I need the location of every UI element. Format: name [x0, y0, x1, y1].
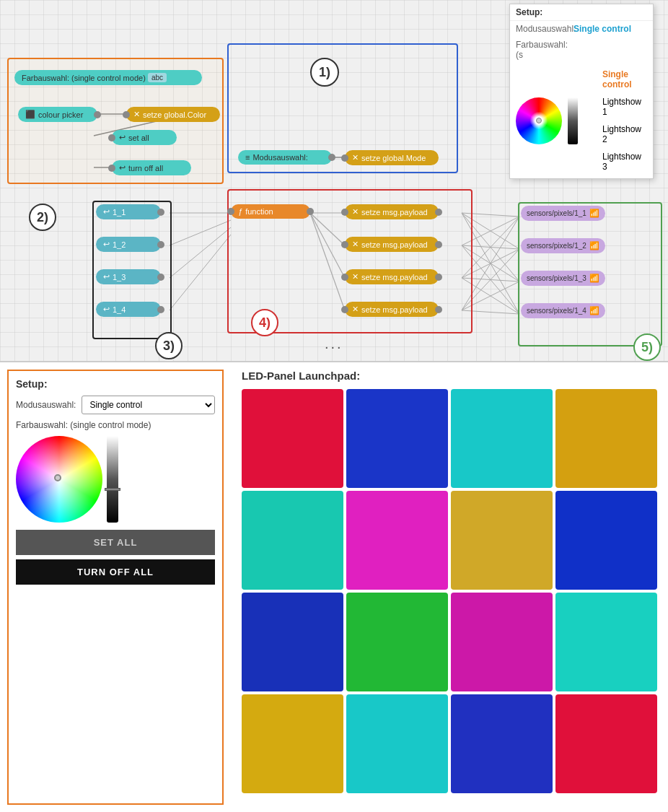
sensor-1-node[interactable]: sensors/pixels/1_1 📶 [521, 206, 605, 221]
set-all-button[interactable]: SET ALL [16, 530, 215, 555]
led-cell-8[interactable] [242, 593, 343, 691]
msg3-icon: ✕ [352, 272, 359, 281]
inject1-icon: ↩ [103, 207, 110, 217]
mode-label-dropdown: Modusauswahl: [516, 24, 573, 34]
ellipsis: ... [325, 336, 343, 352]
setze-msg-3-node[interactable]: ✕ setze msg.payload [345, 269, 439, 284]
mode-setze-icon: ✕ [352, 153, 359, 162]
function-node[interactable]: ƒ function [231, 204, 310, 219]
inject4-icon: ↩ [103, 305, 110, 314]
flow-area: Farbauswahl: (single control mode) abc ⬛… [0, 0, 668, 361]
broadcast-icon-1: 📶 [589, 209, 599, 218]
port-left-msg1 [341, 209, 348, 216]
dropdown-option-2[interactable]: Lightshow 2 [581, 121, 647, 148]
setze-global-color-node[interactable]: ✕ setze global.Color [126, 107, 220, 122]
mode-selector-row: Modusauswahl: Single control Lightshow 1… [16, 396, 215, 414]
color-label-dropdown: Farbauswahl: (s [516, 40, 573, 60]
dropdown-option-1[interactable]: Lightshow 1 [581, 93, 647, 121]
port-right-inj4 [157, 306, 164, 313]
port-left [123, 111, 130, 118]
led-grid [242, 389, 657, 793]
led-cell-6[interactable] [451, 491, 553, 590]
bottom-area: Setup: Modusauswahl: Single control Ligh… [0, 361, 668, 812]
modusauswahl-node[interactable]: ≡ Modusauswahl: [238, 150, 332, 165]
dropdown-option-0[interactable]: Single control [581, 66, 647, 93]
setup-dropdown: Setup: Modusauswahl: Single control Farb… [509, 4, 654, 179]
setze-msg-2-node[interactable]: ✕ setze msg.payload [345, 237, 439, 252]
abc-badge: abc [148, 73, 167, 82]
led-cell-10[interactable] [451, 593, 553, 691]
led-cell-14[interactable] [451, 694, 553, 793]
port-left-turnoff [108, 165, 115, 172]
setup-row-mode: Modusauswahl: Single control [510, 21, 653, 37]
led-cell-12[interactable] [242, 694, 343, 793]
set-all-icon: ↩ [119, 133, 126, 142]
led-cell-9[interactable] [346, 593, 448, 691]
dropdown-option-3[interactable]: Lightshow 3 [581, 148, 647, 175]
setup-row-color: Farbauswahl: (s [510, 37, 653, 63]
brightness-handle [105, 488, 120, 491]
sensor-3-container: sensors/pixels/1_3 📶 verbunden [521, 271, 571, 279]
svg-line-9 [170, 220, 231, 245]
led-cell-15[interactable] [555, 694, 657, 793]
sensor-2-container: sensors/pixels/1_2 📶 verbunden [521, 238, 571, 247]
mode-select[interactable]: Single control Lightshow 1 Lightshow 2 L… [82, 396, 215, 414]
port-left-msg4 [341, 306, 348, 313]
sensor-3-node[interactable]: sensors/pixels/1_3 📶 [521, 271, 605, 286]
svg-line-10 [170, 227, 231, 278]
turn-off-all-button[interactable]: TURN OFF ALL [16, 559, 215, 585]
mode-label-panel: Modusauswahl: [16, 400, 76, 410]
led-cell-2[interactable] [451, 389, 553, 488]
msg2-icon: ✕ [352, 240, 359, 249]
sensor-1-container: sensors/pixels/1_1 📶 verbunden [521, 206, 571, 214]
setze-msg-4-node[interactable]: ✕ setze msg.payload [345, 302, 439, 317]
color-wheel-small[interactable] [516, 97, 562, 144]
turn-off-all-node[interactable]: ↩ turn off all [112, 160, 191, 175]
annotation-1: 1) [310, 58, 339, 87]
led-cell-13[interactable] [346, 694, 448, 793]
brightness-slider[interactable] [107, 436, 118, 523]
annotation-4: 4) [251, 309, 278, 336]
turn-off-icon: ↩ [119, 163, 126, 173]
annotation-3-circle: 3) [155, 332, 183, 359]
sensor-2-node[interactable]: sensors/pixels/1_2 📶 [521, 238, 605, 253]
msg1-icon: ✕ [352, 207, 359, 217]
color-wheel-large[interactable] [16, 436, 102, 523]
svg-line-11 [170, 235, 231, 310]
inject-4-node[interactable]: ↩ 1_4 [96, 302, 161, 317]
brightness-bar-small[interactable] [568, 97, 578, 144]
led-cell-1[interactable] [346, 389, 448, 488]
setze-msg-1-node[interactable]: ✕ setze msg.payload [345, 204, 439, 219]
farbauswahl-node[interactable]: Farbauswahl: (single control mode) abc [14, 70, 202, 85]
active-mode: Single control [573, 24, 631, 34]
broadcast-icon-3: 📶 [589, 274, 599, 283]
port-right-mode [328, 154, 335, 161]
port-left-setall [108, 134, 115, 141]
setze-global-mode-node[interactable]: ✕ setze global.Mode [345, 150, 439, 165]
func-icon: ƒ [238, 207, 242, 216]
port-right-inj1 [157, 209, 164, 216]
led-cell-11[interactable] [555, 593, 657, 691]
color-label-panel: Farbauswahl: (single control mode) [16, 420, 215, 430]
led-cell-4[interactable] [242, 491, 343, 590]
led-cell-0[interactable] [242, 389, 343, 488]
port-right-msg4 [435, 306, 442, 313]
setup-dropdown-title: Setup: [510, 4, 653, 21]
led-cell-7[interactable] [555, 491, 657, 590]
annotation-5: 5) [633, 333, 661, 361]
sensor-4-node[interactable]: sensors/pixels/1_4 📶 [521, 303, 605, 318]
port-left-mode [341, 154, 348, 162]
port-right-func [307, 208, 314, 215]
set-all-node[interactable]: ↩ set all [112, 130, 177, 145]
led-cell-3[interactable] [555, 389, 657, 488]
broadcast-icon-4: 📶 [589, 306, 599, 315]
inject-2-node[interactable]: ↩ 1_2 [96, 237, 161, 252]
inject-3-node[interactable]: ↩ 1_3 [96, 269, 161, 284]
port-left-func [227, 208, 234, 215]
setze-icon: ✕ [133, 110, 140, 119]
port-right-msg3 [435, 274, 442, 281]
inject-1-node[interactable]: ↩ 1_1 [96, 204, 161, 219]
colour-picker-node[interactable]: ⬛ colour picker [18, 107, 97, 122]
color-wheel-dot-small [536, 118, 542, 123]
led-cell-5[interactable] [346, 491, 448, 590]
